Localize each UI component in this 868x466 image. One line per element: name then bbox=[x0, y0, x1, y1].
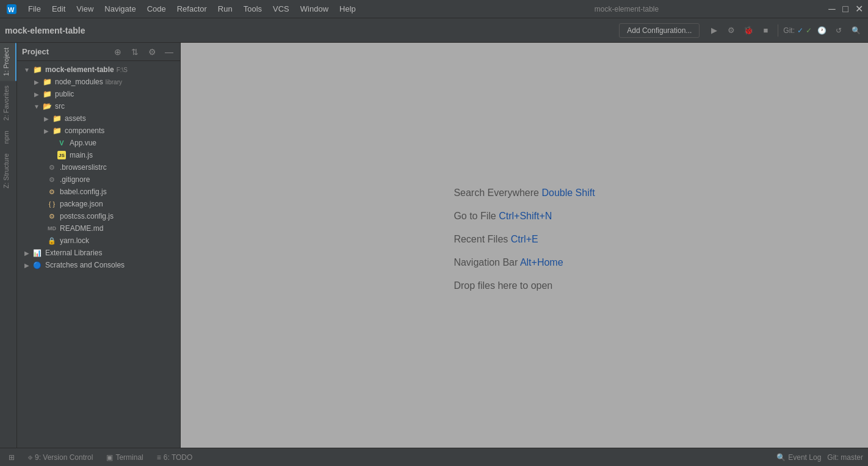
menu-tools[interactable]: Tools bbox=[239, 3, 267, 15]
tree-item-babel-config[interactable]: ⚙ babel.config.js bbox=[17, 186, 180, 198]
tree-arrow-root: ▼ bbox=[22, 67, 32, 73]
panel-title: Project bbox=[22, 47, 107, 56]
bottom-tab-terminal-label: Terminal bbox=[115, 453, 143, 462]
tree-item-node-modules[interactable]: ▶ 📁 node_modules library bbox=[17, 76, 180, 88]
hint-navigation-bar: Navigation Bar Alt+Home bbox=[454, 257, 595, 268]
menu-navigate[interactable]: Navigate bbox=[99, 3, 140, 15]
toolbar-separator bbox=[778, 24, 778, 37]
folder-icon-src: 📂 bbox=[42, 101, 52, 112]
build-button[interactable]: ⚙ bbox=[724, 23, 739, 38]
hint-nav-text: Navigation Bar bbox=[454, 257, 518, 268]
tree-label-main-js: main.js bbox=[70, 151, 93, 159]
sidebar-tab-favorites[interactable]: 2: Favorites bbox=[0, 81, 16, 125]
bottom-tab-terminal[interactable]: ▣ Terminal bbox=[100, 451, 149, 464]
tree-item-public[interactable]: ▶ 📁 public bbox=[17, 88, 180, 100]
sidebar-tab-npm[interactable]: npm bbox=[0, 126, 16, 148]
tree-label-browserslistrc: .browserslistrc bbox=[60, 163, 107, 172]
app-logo: W bbox=[5, 2, 18, 16]
main-layout: 1: Project 2: Favorites npm Z: Structure… bbox=[0, 43, 868, 448]
tree-item-assets[interactable]: ▶ 📁 assets bbox=[17, 112, 180, 125]
debug-button[interactable]: 🐞 bbox=[741, 23, 756, 38]
js-icon-main: JS bbox=[56, 150, 67, 161]
bottom-tab-version-control[interactable]: ⎆ 9: Version Control bbox=[22, 451, 99, 464]
hint-goto-shortcut: Ctrl+Shift+N bbox=[499, 211, 552, 221]
project-title: mock-element-table bbox=[5, 26, 85, 35]
stop-button[interactable]: ■ bbox=[758, 23, 773, 38]
tree-item-components[interactable]: ▶ 📁 components bbox=[17, 125, 180, 137]
folder-icon-components: 📁 bbox=[51, 125, 62, 136]
babel-icon: ⚙ bbox=[46, 186, 57, 197]
tree-item-gitignore[interactable]: ⚙ .gitignore bbox=[17, 173, 180, 186]
file-tree: ▼ 📁 mock-element-table F:\S ▶ 📁 node_mod… bbox=[17, 61, 180, 448]
scratch-icon: 🔵 bbox=[32, 260, 43, 271]
panel-scroll-button[interactable]: ⇅ bbox=[129, 46, 141, 58]
sidebar-tab-project[interactable]: 1: Project bbox=[0, 43, 16, 81]
tree-arrow-external-libraries: ▶ bbox=[22, 250, 32, 257]
tree-label-node-modules: node_modules bbox=[55, 78, 103, 86]
config-icon-browserslistrc: ⚙ bbox=[46, 162, 57, 173]
bottom-tab-todo[interactable]: ≡ 6: TODO bbox=[151, 451, 199, 464]
terminal-icon: ▣ bbox=[106, 453, 113, 462]
tree-item-main-js[interactable]: JS main.js bbox=[17, 149, 180, 161]
minimize-button[interactable]: ─ bbox=[828, 5, 836, 13]
menu-help[interactable]: Help bbox=[335, 3, 361, 15]
tree-arrow-components: ▶ bbox=[42, 128, 51, 134]
close-button[interactable]: ✕ bbox=[855, 5, 863, 13]
tree-item-scratches-consoles[interactable]: ▶ 🔵 Scratches and Consoles bbox=[17, 259, 180, 271]
menu-view[interactable]: View bbox=[71, 3, 98, 15]
event-log[interactable]: 🔍 Event Log bbox=[776, 453, 821, 462]
tree-label-yarn-lock: yarn.lock bbox=[60, 236, 89, 245]
tree-item-external-libraries[interactable]: ▶ 📊 External Libraries bbox=[17, 247, 180, 259]
hint-search-text: Search Everywhere bbox=[454, 187, 539, 198]
menu-code[interactable]: Code bbox=[142, 3, 171, 15]
tree-item-postcss-config[interactable]: ⚙ postcss.config.js bbox=[17, 210, 180, 222]
folder-icon-assets: 📁 bbox=[51, 113, 62, 124]
toolbar: mock-element-table Add Configuration... … bbox=[0, 18, 868, 43]
hint-search-everywhere: Search Everywhere Double Shift bbox=[454, 187, 595, 198]
tree-item-app-vue[interactable]: V App.vue bbox=[17, 137, 180, 149]
menu-window[interactable]: Window bbox=[295, 3, 333, 15]
maximize-button[interactable]: □ bbox=[841, 5, 850, 13]
tree-item-src[interactable]: ▼ 📂 src bbox=[17, 100, 180, 112]
search-everywhere-button[interactable]: 🔍 bbox=[848, 23, 863, 38]
tree-arrow-src: ▼ bbox=[32, 103, 42, 110]
panel-add-button[interactable]: ⊕ bbox=[112, 46, 124, 58]
folder-icon-root: 📁 bbox=[32, 64, 43, 75]
git-icon-1: ✓ bbox=[797, 26, 803, 35]
project-panel: Project ⊕ ⇅ ⚙ — ▼ 📁 mock-element-table F… bbox=[17, 43, 181, 448]
add-configuration-button[interactable]: Add Configuration... bbox=[619, 23, 700, 38]
menu-edit[interactable]: Edit bbox=[47, 3, 70, 15]
panel-settings-button[interactable]: ⚙ bbox=[146, 46, 158, 58]
editor-area: Search Everywhere Double Shift Go to Fil… bbox=[181, 43, 868, 448]
tree-item-browserslistrc[interactable]: ⚙ .browserslistrc bbox=[17, 161, 180, 173]
panel-minimize-button[interactable]: — bbox=[163, 46, 175, 58]
tree-arrow-node-modules: ▶ bbox=[32, 79, 42, 86]
tree-label-babel-config: babel.config.js bbox=[60, 187, 107, 196]
git-label: Git: bbox=[783, 26, 795, 35]
menu-run[interactable]: Run bbox=[213, 3, 237, 15]
menu-file[interactable]: File bbox=[23, 3, 46, 15]
tree-label-assets: assets bbox=[65, 114, 86, 123]
run-button[interactable]: ▶ bbox=[707, 23, 722, 38]
menu-refactor[interactable]: Refactor bbox=[172, 3, 212, 15]
hint-recent-shortcut: Ctrl+E bbox=[511, 234, 538, 244]
panel-header: Project ⊕ ⇅ ⚙ — bbox=[17, 43, 180, 61]
hint-drop-text: Drop files here to open bbox=[454, 280, 552, 291]
postcss-icon: ⚙ bbox=[46, 211, 57, 222]
menu-vcs[interactable]: VCS bbox=[268, 3, 294, 15]
git-revert-button[interactable]: ↺ bbox=[831, 23, 846, 38]
hint-recent-text: Recent Files bbox=[454, 234, 508, 244]
tree-item-readme[interactable]: MD README.md bbox=[17, 222, 180, 235]
tree-label-app-vue: App.vue bbox=[70, 139, 96, 147]
git-history-button[interactable]: 🕐 bbox=[814, 23, 829, 38]
bottom-layout-icon[interactable]: ⊞ bbox=[5, 451, 18, 464]
tree-item-package-json[interactable]: { } package.json bbox=[17, 198, 180, 210]
folder-icon-node-modules: 📁 bbox=[42, 76, 52, 87]
git-icon-gitignore: ⚙ bbox=[46, 174, 57, 185]
tree-label-readme: README.md bbox=[60, 224, 103, 233]
tree-label-public: public bbox=[55, 90, 74, 98]
tree-item-yarn-lock[interactable]: 🔒 yarn.lock bbox=[17, 235, 180, 247]
md-icon-readme: MD bbox=[46, 223, 57, 234]
sidebar-tab-structure[interactable]: Z: Structure bbox=[0, 148, 16, 193]
tree-item-root[interactable]: ▼ 📁 mock-element-table F:\S bbox=[17, 64, 180, 76]
